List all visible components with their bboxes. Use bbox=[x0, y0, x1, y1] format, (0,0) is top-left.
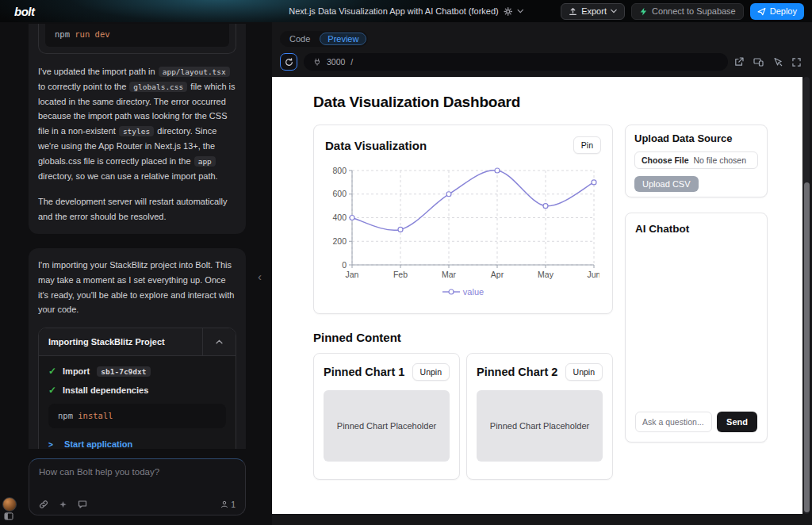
collaborator-number: 1 bbox=[231, 500, 236, 509]
preview-panel: Code Preview 3000 / bbox=[272, 22, 812, 525]
supabase-icon bbox=[639, 7, 648, 16]
sidebar-toggle-icon[interactable] bbox=[4, 509, 13, 523]
link-icon[interactable] bbox=[39, 500, 48, 509]
pinned-chart-placeholder: Pinned Chart Placeholder bbox=[477, 390, 603, 462]
deploy-button[interactable]: Deploy bbox=[750, 3, 804, 20]
gear-icon[interactable] bbox=[504, 7, 512, 16]
step-import: ✓ Import sb1-7c9dxt bbox=[48, 366, 226, 377]
pinned-content-heading: Pinned Content bbox=[313, 331, 613, 344]
pinned-chart-card-2: Pinned Chart 2 Unpin Pinned Chart Placeh… bbox=[466, 353, 613, 480]
pinned-chart-placeholder: Pinned Chart Placeholder bbox=[324, 390, 450, 462]
open-external-icon[interactable] bbox=[734, 57, 744, 67]
project-title: Next.js Data Visualization App with AI C… bbox=[289, 6, 499, 16]
svg-text:Mar: Mar bbox=[442, 270, 457, 279]
export-button[interactable]: Export bbox=[561, 3, 625, 20]
terminal-icon: >_ bbox=[48, 440, 58, 449]
fullscreen-icon[interactable] bbox=[792, 58, 801, 67]
connect-supabase-label: Connect to Supabase bbox=[652, 6, 736, 16]
choose-file-button[interactable]: Choose File bbox=[642, 155, 689, 165]
step-install: ✓ Install dependencies bbox=[48, 385, 226, 396]
preview-scrollbar-thumb[interactable] bbox=[804, 182, 810, 512]
url-bar[interactable]: 3000 / bbox=[304, 53, 728, 71]
app-window: bolt Next.js Data Visualization App with… bbox=[0, 0, 812, 525]
artifact-body: ✓ Import sb1-7c9dxt ✓ Install dependenci… bbox=[39, 356, 236, 449]
preview-scrollbar-track[interactable] bbox=[803, 77, 810, 514]
unpin-button[interactable]: Unpin bbox=[565, 363, 603, 381]
message-paragraph: I've updated the import path in app/layo… bbox=[38, 64, 236, 184]
step-start-label: Start application bbox=[64, 439, 132, 449]
sidebar-collapse-handle[interactable]: ‹ bbox=[258, 270, 262, 283]
svg-text:400: 400 bbox=[332, 213, 347, 222]
step-start-application[interactable]: >_ Start application bbox=[48, 439, 226, 449]
legend-label: value bbox=[463, 287, 484, 297]
svg-text:600: 600 bbox=[332, 189, 347, 198]
preview-url-row: 3000 / bbox=[272, 52, 812, 76]
svg-text:May: May bbox=[538, 270, 554, 279]
tab-code[interactable]: Code bbox=[282, 33, 318, 45]
svg-text:200: 200 bbox=[332, 236, 347, 246]
chat-input-toolbar: 1 bbox=[39, 500, 236, 509]
collaborator-count[interactable]: 1 bbox=[220, 500, 236, 509]
chatbot-card-title: AI Chatbot bbox=[635, 223, 757, 235]
inspect-cursor-icon[interactable] bbox=[773, 57, 783, 67]
step-install-label: Install dependencies bbox=[63, 385, 148, 395]
chat-input-field[interactable] bbox=[39, 467, 236, 491]
sparkle-icon[interactable] bbox=[59, 500, 67, 509]
chat-bubble-icon[interactable] bbox=[78, 500, 87, 509]
artifact-run-dev: npm run dev bbox=[38, 24, 236, 54]
unpin-button[interactable]: Unpin bbox=[412, 363, 450, 381]
data-visualization-card: Data Visualization Pin 0200400600800JanF… bbox=[313, 125, 613, 314]
chat-history[interactable]: npm run dev I've updated the import path… bbox=[29, 24, 246, 449]
devices-icon[interactable] bbox=[753, 57, 764, 67]
bolt-logo[interactable]: bolt bbox=[14, 5, 35, 18]
port-icon bbox=[313, 58, 321, 66]
send-button[interactable]: Send bbox=[717, 412, 757, 432]
check-icon: ✓ bbox=[48, 366, 56, 377]
assistant-message-2: I'm importing your StackBlitz project in… bbox=[29, 248, 246, 449]
topbar-actions: Export Connect to Supabase Deploy bbox=[561, 3, 804, 20]
svg-text:800: 800 bbox=[332, 166, 347, 175]
project-title-group[interactable]: Next.js Data Visualization App with AI C… bbox=[289, 6, 523, 16]
connect-supabase-button[interactable]: Connect to Supabase bbox=[631, 3, 744, 20]
ai-chatbot-card: AI Chatbot Send bbox=[625, 213, 768, 443]
dashboard-title: Data Visualization Dashboard bbox=[313, 94, 768, 111]
upload-data-source-card: Upload Data Source Choose File No file c… bbox=[625, 125, 768, 197]
pinned-card-title: Pinned Chart 2 bbox=[477, 366, 557, 378]
chevron-down-icon[interactable] bbox=[517, 9, 523, 13]
chat-input-box[interactable]: 1 bbox=[29, 458, 246, 515]
editor-tabs-row: Code Preview bbox=[272, 22, 812, 52]
chat-sidebar: npm run dev I've updated the import path… bbox=[0, 22, 272, 525]
artifact-title: Importing StackBlitz Project bbox=[39, 328, 202, 355]
ask-question-input[interactable] bbox=[635, 412, 712, 432]
project-id-chip: sb1-7c9dxt bbox=[97, 366, 150, 377]
deploy-rocket-icon bbox=[757, 7, 766, 16]
check-icon: ✓ bbox=[48, 385, 56, 396]
chevron-up-icon bbox=[216, 339, 223, 344]
message-paragraph: I'm importing your StackBlitz project in… bbox=[38, 258, 236, 318]
assistant-message-1: npm run dev I've updated the import path… bbox=[29, 24, 246, 234]
upload-csv-button[interactable]: Upload CSV bbox=[634, 176, 699, 192]
pin-button[interactable]: Pin bbox=[573, 136, 601, 154]
no-file-chosen-label: No file chosen bbox=[694, 155, 747, 165]
app-preview-viewport: Data Visualization Dashboard Data Visual… bbox=[272, 77, 802, 514]
svg-text:Jan: Jan bbox=[346, 270, 359, 279]
tab-preview[interactable]: Preview bbox=[320, 33, 366, 45]
code-block-run-dev[interactable]: npm run dev bbox=[45, 24, 229, 47]
url-path: / bbox=[350, 57, 353, 67]
collapse-artifact-button[interactable] bbox=[202, 328, 236, 355]
svg-text:Feb: Feb bbox=[393, 270, 408, 279]
chart-legend: value bbox=[325, 287, 601, 297]
code-block-install[interactable]: npm install bbox=[48, 404, 226, 428]
pinned-chart-card-1: Pinned Chart 1 Unpin Pinned Chart Placeh… bbox=[313, 353, 460, 480]
line-chart: 0200400600800JanFebMarAprMayJun bbox=[325, 163, 601, 287]
chart-card-title: Data Visualization bbox=[325, 139, 427, 152]
preview-actions bbox=[734, 57, 804, 67]
export-label: Export bbox=[581, 6, 607, 16]
file-input[interactable]: Choose File No file chosen bbox=[634, 151, 758, 169]
reload-button[interactable] bbox=[280, 53, 297, 71]
person-icon bbox=[220, 500, 228, 508]
export-chevron-icon bbox=[611, 9, 617, 13]
reload-icon bbox=[285, 58, 293, 67]
deploy-label: Deploy bbox=[770, 6, 797, 16]
top-bar: bolt Next.js Data Visualization App with… bbox=[0, 0, 812, 22]
